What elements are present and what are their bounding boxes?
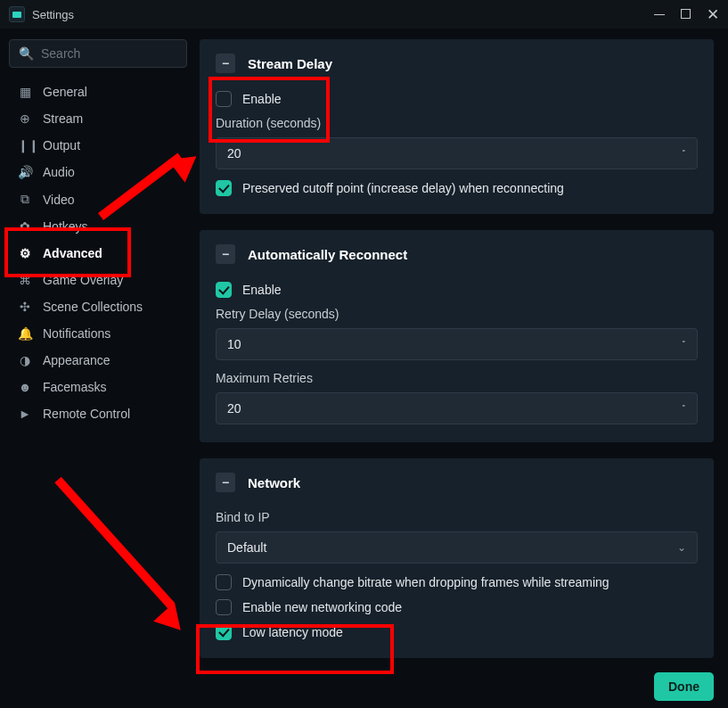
scene-collections-icon: ✣ bbox=[18, 300, 32, 314]
sidebar-item-label: General bbox=[43, 85, 87, 99]
collapse-button[interactable]: − bbox=[216, 473, 235, 492]
content-area: − Stream Delay Enable Duration (seconds)… bbox=[200, 39, 716, 665]
sidebar-item-label: Appearance bbox=[43, 353, 110, 367]
output-icon: ❙❙ bbox=[18, 138, 32, 152]
auto-reconnect-enable-checkbox[interactable] bbox=[216, 282, 232, 298]
video-icon: ⧉ bbox=[18, 192, 32, 207]
app-icon bbox=[9, 6, 25, 22]
new-networking-checkbox[interactable] bbox=[216, 599, 232, 615]
sidebar-item-remote-control[interactable]: ►Remote Control bbox=[9, 400, 187, 427]
notifications-icon: 🔔 bbox=[18, 326, 32, 341]
facemasks-icon: ☻ bbox=[18, 380, 32, 394]
search-box[interactable]: 🔍 bbox=[9, 39, 187, 68]
bind-ip-value: Default bbox=[227, 540, 266, 555]
minimize-button[interactable] bbox=[654, 7, 665, 21]
duration-field[interactable]: 20 ˄˅ bbox=[216, 137, 698, 169]
appearance-icon: ◑ bbox=[18, 353, 32, 367]
max-retries-label: Maximum Retries bbox=[216, 371, 698, 385]
hotkeys-icon: ✿ bbox=[18, 219, 32, 234]
sidebar-item-label: Stream bbox=[43, 111, 83, 126]
max-retries-value: 20 bbox=[227, 401, 241, 416]
retry-delay-field[interactable]: 10 ˄˅ bbox=[216, 328, 698, 360]
dynamic-bitrate-label: Dynamically change bitrate when dropping… bbox=[242, 575, 609, 589]
sidebar-item-game-overlay[interactable]: ⌘Game Overlay bbox=[9, 267, 187, 293]
sidebar-item-output[interactable]: ❙❙Output bbox=[9, 132, 187, 159]
section-network: − Network Bind to IP Default ⌄ Dynamical… bbox=[200, 458, 714, 658]
collapse-button[interactable]: − bbox=[216, 244, 235, 264]
sidebar-item-video[interactable]: ⧉Video bbox=[9, 185, 187, 213]
preserve-cutoff-label: Preserved cutoff point (increase delay) … bbox=[242, 181, 564, 195]
sidebar-item-label: Scene Collections bbox=[43, 300, 143, 314]
nav-list: ▦General⊕Stream❙❙Output🔊Audio⧉Video✿Hotk… bbox=[9, 78, 187, 427]
sidebar-item-scene-collections[interactable]: ✣Scene Collections bbox=[9, 293, 187, 320]
section-title: Network bbox=[248, 475, 300, 490]
game-overlay-icon: ⌘ bbox=[18, 273, 32, 287]
section-title: Automatically Reconnect bbox=[248, 247, 407, 262]
collapse-button[interactable]: − bbox=[216, 54, 235, 73]
search-icon: 🔍 bbox=[19, 46, 34, 61]
section-stream-delay: − Stream Delay Enable Duration (seconds)… bbox=[200, 39, 714, 214]
sidebar-item-label: Notifications bbox=[43, 326, 110, 341]
retry-delay-value: 10 bbox=[227, 337, 241, 351]
sidebar-item-label: Game Overlay bbox=[43, 273, 123, 287]
footer-bar: Done bbox=[0, 665, 728, 708]
sidebar-item-advanced[interactable]: ⚙Advanced bbox=[9, 240, 187, 267]
duration-label: Duration (seconds) bbox=[216, 116, 698, 130]
advanced-icon: ⚙ bbox=[18, 246, 32, 260]
auto-reconnect-enable-label: Enable bbox=[242, 283, 282, 297]
sidebar-item-general[interactable]: ▦General bbox=[9, 78, 187, 105]
sidebar-item-label: Remote Control bbox=[43, 407, 130, 421]
sidebar-item-facemasks[interactable]: ☻Facemasks bbox=[9, 374, 187, 400]
preserve-cutoff-checkbox[interactable] bbox=[216, 180, 232, 196]
general-icon: ▦ bbox=[18, 85, 32, 99]
stream-delay-enable-label: Enable bbox=[242, 92, 282, 106]
sidebar-item-appearance[interactable]: ◑Appearance bbox=[9, 347, 187, 374]
sidebar-item-label: Hotkeys bbox=[43, 219, 88, 234]
remote-control-icon: ► bbox=[18, 407, 32, 421]
sidebar-item-label: Video bbox=[43, 193, 75, 207]
titlebar: Settings ✕ bbox=[0, 0, 728, 29]
sidebar-item-label: Output bbox=[43, 138, 80, 152]
close-button[interactable]: ✕ bbox=[707, 7, 719, 22]
section-title: Stream Delay bbox=[248, 56, 332, 71]
sidebar: 🔍 ▦General⊕Stream❙❙Output🔊Audio⧉Video✿Ho… bbox=[9, 39, 187, 665]
sidebar-item-label: Advanced bbox=[43, 246, 102, 260]
low-latency-checkbox[interactable] bbox=[216, 624, 232, 640]
sidebar-item-audio[interactable]: 🔊Audio bbox=[9, 159, 187, 185]
chevron-down-icon: ⌄ bbox=[677, 541, 686, 554]
stream-delay-enable-checkbox[interactable] bbox=[216, 91, 232, 107]
search-input[interactable] bbox=[41, 46, 177, 61]
retry-delay-label: Retry Delay (seconds) bbox=[216, 307, 698, 321]
bind-ip-select[interactable]: Default ⌄ bbox=[216, 531, 698, 564]
stream-icon: ⊕ bbox=[18, 111, 32, 126]
max-retries-field[interactable]: 20 ˄˅ bbox=[216, 392, 698, 424]
bind-ip-label: Bind to IP bbox=[216, 510, 698, 524]
audio-icon: 🔊 bbox=[18, 165, 32, 179]
sidebar-item-stream[interactable]: ⊕Stream bbox=[9, 105, 187, 132]
sidebar-item-hotkeys[interactable]: ✿Hotkeys bbox=[9, 213, 187, 240]
duration-value: 20 bbox=[227, 146, 241, 161]
sidebar-item-label: Audio bbox=[43, 165, 75, 179]
done-button[interactable]: Done bbox=[654, 672, 714, 701]
section-auto-reconnect: − Automatically Reconnect Enable Retry D… bbox=[200, 230, 714, 442]
window-title: Settings bbox=[32, 8, 74, 21]
new-networking-label: Enable new networking code bbox=[242, 600, 402, 614]
sidebar-item-label: Facemasks bbox=[43, 380, 107, 394]
low-latency-label: Low latency mode bbox=[242, 625, 343, 639]
dynamic-bitrate-checkbox[interactable] bbox=[216, 574, 232, 590]
maximize-button[interactable] bbox=[681, 7, 691, 21]
sidebar-item-notifications[interactable]: 🔔Notifications bbox=[9, 320, 187, 347]
